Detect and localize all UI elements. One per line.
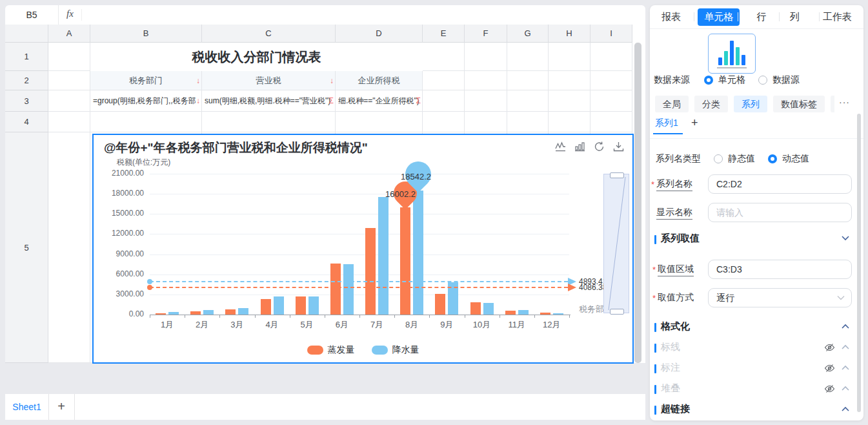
grid-cell[interactable] [423,43,465,71]
grid-cell[interactable] [48,43,90,71]
display-name-input[interactable] [708,203,852,222]
bar-降水量[interactable] [343,264,354,315]
grid-cell[interactable] [590,112,632,132]
grid-cell[interactable] [48,90,90,112]
grid-cell[interactable] [90,112,202,132]
download-icon[interactable] [612,141,625,152]
grid-cell[interactable] [423,71,465,90]
spreadsheet-grid[interactable]: 税收收入分部门情况表 @年份+"年各税务部门营业税和企业所得税情况" 税额(单位… [5,25,645,363]
column-header[interactable]: H [549,25,590,43]
sigma-icon[interactable]: Σ [329,90,334,112]
column-header[interactable]: C [202,25,336,43]
chevron-up-icon[interactable] [841,344,850,350]
panel-tab-2[interactable]: 单元格 [698,8,740,26]
grid-cell[interactable] [590,90,632,112]
sort-down-icon[interactable]: ↓ [330,71,334,90]
subtab-标线[interactable]: 标线 [831,96,834,112]
grid-cell[interactable] [465,112,507,132]
grid-cell[interactable] [423,90,465,112]
bar-蒸发量[interactable] [296,296,306,315]
data-source-option[interactable]: 数据源 [758,74,800,86]
column-header[interactable]: E [423,25,465,43]
data-source-option[interactable]: 单元格 [704,74,745,86]
formula-cell[interactable]: sum(明细,税额,明细.税种=="营业税")Σ [202,90,336,112]
grid-cell[interactable] [549,43,590,71]
panel-scrollbar[interactable] [857,114,861,412]
series-name-type-option[interactable]: 动态值 [768,153,809,165]
series-name-type-option[interactable]: 静态值 [714,153,755,165]
series-tab-series1[interactable]: 系列1 [655,118,678,129]
radio-icon[interactable] [758,76,767,85]
bar-蒸发量[interactable] [435,294,445,315]
formula-cell[interactable]: 细.税种=="企业所得税")Σ [336,90,423,112]
grid-cell[interactable] [465,71,507,90]
bar-蒸发量[interactable] [470,302,481,315]
data-header-cell[interactable]: 企业所得税 [336,71,423,90]
bar-蒸发量[interactable] [540,313,550,315]
bar-降水量[interactable] [238,308,248,315]
grid-cell[interactable] [549,90,590,112]
bar-降水量[interactable] [378,197,389,315]
bar-降水量[interactable] [413,191,423,315]
section-title-标注[interactable]: 标注 [661,362,680,374]
subtab-全局[interactable]: 全局 [655,96,689,112]
row-header[interactable]: 3 [5,90,48,112]
subtab-数值标签[interactable]: 数值标签 [773,96,825,112]
column-header[interactable]: B [90,25,202,43]
datazoom-slider[interactable] [603,174,629,313]
chevron-up-icon[interactable] [841,365,850,371]
bar-蒸发量[interactable] [505,311,516,315]
bar-蒸发量[interactable] [400,207,410,315]
value-mode-select[interactable]: 逐行 [708,288,852,307]
grid-cell[interactable] [590,43,632,71]
grid-cell[interactable] [507,71,549,90]
panel-tab-5[interactable]: 工作表 [816,8,858,26]
bar-降水量[interactable] [308,296,319,315]
sheet-title-cell[interactable]: 税收收入分部门情况表 [90,43,423,71]
row-header[interactable]: 2 [5,71,48,90]
eye-off-icon[interactable] [824,364,835,373]
grid-cell[interactable] [465,43,507,71]
row-header[interactable]: 4 [5,112,48,132]
chevron-up-icon[interactable] [841,386,850,391]
grid-cell[interactable] [507,112,549,132]
data-header-cell[interactable]: 营业税↓ [202,71,336,90]
panel-tab-3[interactable]: 行 [750,8,772,26]
subtab-分类[interactable]: 分类 [694,96,728,112]
datazoom-handle-bottom[interactable] [610,309,624,315]
grid-cell[interactable] [48,132,90,363]
bar-蒸发量[interactable] [156,313,166,315]
grid-cell[interactable] [48,112,90,132]
formula-cell[interactable]: =group(明细,税务部门,,税务部↓ [90,90,202,112]
section-title-堆叠[interactable]: 堆叠 [661,382,680,395]
subtabs-overflow-button[interactable]: ··· [839,97,850,107]
cell-reference-box[interactable]: B5 [5,5,59,25]
grid-cell[interactable] [549,112,590,132]
sigma-icon[interactable]: Σ [416,90,421,112]
grid-cell[interactable] [507,43,549,71]
grid-vertical-scrollbar[interactable] [634,43,641,363]
column-header[interactable]: A [48,25,90,43]
bar-降水量[interactable] [168,312,179,315]
chevron-up-icon[interactable] [841,324,850,329]
grid-cell[interactable] [336,112,423,132]
grid-corner[interactable] [5,25,48,43]
radio-selected-icon[interactable] [704,76,713,85]
panel-tab-4[interactable]: 列 [783,8,806,26]
sort-down-icon[interactable]: ↓ [196,71,200,90]
bar-蒸发量[interactable] [365,228,376,315]
value-area-input[interactable] [708,260,852,279]
panel-tab-1[interactable]: 报表 [655,8,687,26]
bar-蒸发量[interactable] [330,264,341,315]
column-header[interactable]: F [465,25,507,43]
grid-cell[interactable] [202,112,336,132]
grid-cell[interactable] [507,90,549,112]
bar-降水量[interactable] [483,303,494,315]
chart-cell-b5[interactable]: @年份+"年各税务部门营业税和企业所得税情况" 税额(单位:万元) 税务部门 蒸… [92,134,634,364]
column-header[interactable]: I [590,25,632,43]
legend-item[interactable]: 蒸发量 [307,344,355,356]
legend-item[interactable]: 降水量 [372,344,419,356]
bar-降水量[interactable] [274,296,284,315]
series-name-input[interactable] [708,174,852,194]
add-sheet-button[interactable]: + [48,394,75,420]
